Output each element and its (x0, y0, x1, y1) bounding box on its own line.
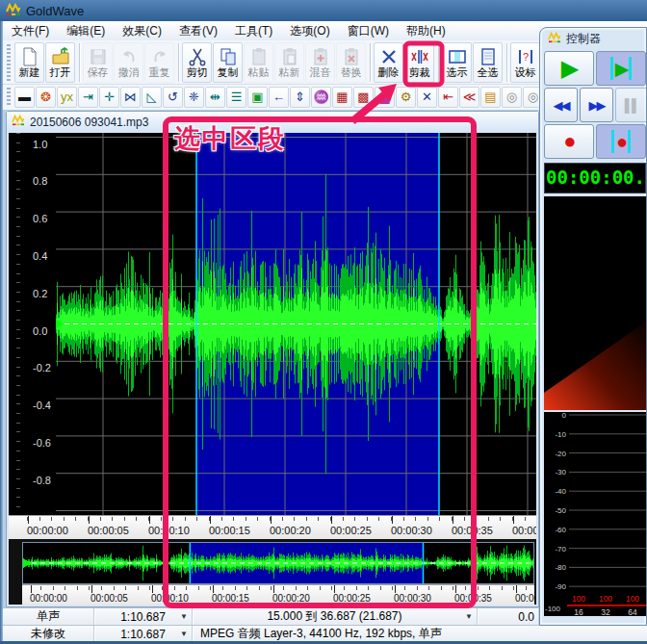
toolbar-separator (506, 43, 507, 82)
toolbar-button-label: 剪切 (187, 66, 208, 78)
mixer-icon[interactable]: ☰ (226, 87, 246, 108)
controller-titlebar[interactable]: 控制器 (540, 28, 646, 49)
rewind-button[interactable]: ◀◀ (544, 88, 578, 122)
wave-shape-icon[interactable]: ⋈ (120, 87, 141, 108)
chevron-down-icon[interactable]: ▼ (465, 612, 473, 621)
menu-item-3[interactable]: 查看(V) (170, 21, 226, 41)
delete-button[interactable]: 删除 (374, 42, 403, 83)
menu-item-1[interactable]: 编辑(E) (58, 21, 114, 41)
equalizer-icon[interactable]: ♒ (311, 87, 331, 108)
sel-view-button[interactable]: 选示 (442, 42, 472, 83)
svg-text:-10: -10 (555, 430, 566, 439)
selection-bar-icon (611, 130, 614, 153)
time-tick (516, 585, 517, 593)
zoom-fit-icon[interactable]: ✛ (99, 87, 119, 108)
select-all-button[interactable]: 全选 (473, 42, 503, 83)
play-button[interactable]: ▶ (544, 51, 594, 86)
cut-button[interactable]: 剪切 (182, 42, 212, 83)
position-cell: 0.0 (478, 608, 539, 625)
menu-item-5[interactable]: 选项(O) (281, 21, 338, 41)
replace-button: 替换 (336, 42, 366, 83)
trim-button[interactable]: 剪裁 (404, 42, 434, 83)
selection-dropdown[interactable]: 15.000 到 36.687 (21.687) ▼ (193, 608, 478, 625)
length-dropdown-2[interactable]: 1:10.687 ▼ (94, 626, 193, 642)
time-tick (28, 516, 29, 524)
redo-icon (150, 47, 169, 66)
time-label: 00:00:00 (27, 525, 68, 536)
transport-row-0: ▶▶▶ (544, 51, 646, 86)
time-label: 00:00:00 (30, 593, 67, 604)
record-button[interactable]: ● (544, 124, 594, 159)
time-label: 00:00:10 (151, 593, 189, 604)
waveform-display[interactable] (56, 133, 536, 515)
toolbar-button-label: 删除 (378, 66, 400, 78)
seek-end-icon[interactable]: ⇥ (78, 87, 98, 108)
bands-icon[interactable]: ▤ (480, 87, 501, 108)
playback-device-icon[interactable]: ▬ (14, 87, 35, 108)
fast-forward-button[interactable]: ▶▶ (580, 88, 613, 122)
chevron-down-icon[interactable]: ▼ (180, 630, 188, 638)
maximize-view-icon[interactable]: ▣ (247, 87, 268, 108)
toolbar-button-label: 复制 (218, 66, 239, 78)
amplitude-label: 0.0 (33, 325, 47, 337)
time-label: 00:00:15 (209, 525, 250, 536)
matrix-a-icon[interactable]: ▦ (332, 87, 352, 108)
menu-item-2[interactable]: 效果(C) (114, 21, 170, 41)
goldwave-icon (548, 32, 561, 46)
amplitude-label: 1.0 (33, 139, 47, 150)
previous-icon[interactable]: ← (269, 87, 289, 108)
amplitude-label: 0.2 (33, 288, 47, 299)
resample-icon[interactable]: ⇹ (205, 87, 225, 108)
svg-text:-60: -60 (555, 526, 566, 534)
overview-waveform[interactable] (23, 543, 533, 583)
crossed-tools-icon[interactable]: ✕ (417, 87, 437, 108)
menu-item-4[interactable]: 工具(T) (226, 21, 281, 41)
zoom-a-icon[interactable]: ◎ (502, 87, 522, 108)
envelope-icon[interactable]: ◺ (142, 87, 162, 108)
seek-start-icon[interactable]: ⇤ (438, 87, 458, 108)
cut-marks-icon[interactable]: ≪ (459, 87, 479, 108)
svg-text:-50: -50 (555, 506, 566, 515)
menu-item-0[interactable]: 文件(F) (3, 21, 58, 41)
toolbar-button-label: 新建 (19, 66, 40, 78)
rainbow-bar-icon[interactable]: ▅ (375, 87, 395, 108)
reverse-icon[interactable]: ↺ (163, 87, 183, 108)
vertical-zoom-icon[interactable]: ⇕ (290, 87, 310, 108)
menu-item-7[interactable]: 帮助(H) (398, 21, 454, 41)
play-selection-button[interactable]: ▶ (596, 51, 646, 86)
toolbar-button-label: 打开 (50, 66, 71, 78)
overview-panel[interactable] (22, 542, 534, 584)
window-title: GoldWave (26, 4, 84, 18)
settings-icon[interactable]: ⚙ (396, 87, 416, 108)
toolbar-button-label: 剪裁 (409, 66, 430, 78)
svg-text:-40: -40 (555, 487, 566, 496)
open-folder-button[interactable]: 打开 (45, 42, 75, 83)
copy-button[interactable]: 复制 (213, 42, 243, 83)
mix-icon (311, 47, 330, 66)
record-selection-button[interactable]: ● (596, 124, 646, 159)
length-dropdown[interactable]: 1:10.687 ▼ (94, 608, 193, 625)
replace-icon (342, 47, 361, 66)
matrix-b-icon[interactable]: ▩ (353, 87, 374, 108)
paste-button: 粘贴 (244, 42, 273, 83)
set-marker-button[interactable]: ?设标 (510, 42, 540, 83)
svg-text:64: 64 (628, 607, 637, 616)
time-label: 00:00:10 (148, 525, 190, 536)
main-titlebar[interactable]: GoldWave (0, 0, 647, 21)
chevron-down-icon[interactable]: ▼ (180, 612, 188, 621)
flanger-icon[interactable]: ❈ (184, 87, 204, 108)
time-tick (210, 516, 211, 524)
document-titlebar[interactable]: 20150606 093041.mp3 (7, 112, 538, 132)
color-settings-icon[interactable]: ❂ (36, 87, 56, 108)
svg-text:100: 100 (599, 594, 612, 604)
new-file-icon (20, 47, 39, 66)
menu-item-6[interactable]: 窗口(W) (339, 21, 398, 41)
time-label: 00:00:20 (272, 593, 310, 604)
new-file-button[interactable]: 新建 (14, 42, 44, 83)
time-label: 00:00:30 (394, 593, 431, 604)
expression-evaluator-icon[interactable]: yx (57, 87, 77, 108)
goldwave-icon (6, 3, 21, 19)
time-tick (513, 516, 514, 524)
time-tick (395, 585, 396, 593)
time-tick (152, 585, 153, 593)
